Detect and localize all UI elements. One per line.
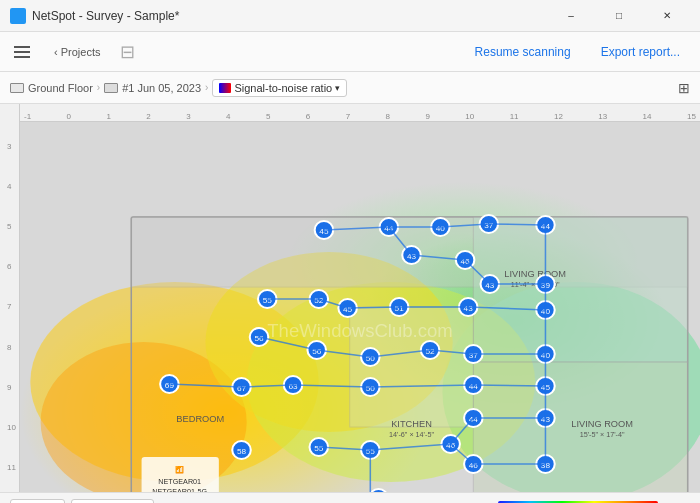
svg-text:15'-5" × 17'-4": 15'-5" × 17'-4" <box>580 431 625 439</box>
ruler-top-number: 6 <box>306 112 310 121</box>
svg-text:55: 55 <box>263 296 273 305</box>
svg-text:37: 37 <box>484 221 494 230</box>
ruler-top-number: 12 <box>554 112 563 121</box>
close-button[interactable]: ✕ <box>644 0 690 32</box>
export-report-button[interactable]: Export report... <box>591 41 690 63</box>
svg-text:50: 50 <box>366 384 376 393</box>
show-button[interactable]: Show ▾ <box>10 499 65 504</box>
ruler-left-number: 11 <box>7 463 16 472</box>
resume-scanning-button[interactable]: Resume scanning <box>465 41 581 63</box>
ruler-top-number: 7 <box>346 112 350 121</box>
minimize-button[interactable]: – <box>548 0 594 32</box>
breadcrumb-bar: Ground Floor › #1 Jun 05, 2023 › Signal-… <box>0 72 700 104</box>
ruler-left-numbers: 34567891011 <box>4 122 19 492</box>
map-container[interactable]: -10123456789101112131415 34567891011 <box>0 104 700 492</box>
svg-text:67: 67 <box>237 384 247 393</box>
metric-dropdown[interactable]: Signal-to-noise ratio ▾ <box>212 79 347 97</box>
chevron-down-icon: ▾ <box>335 83 340 93</box>
window-controls: – □ ✕ <box>548 0 690 32</box>
svg-text:14'-6" × 14'-5": 14'-6" × 14'-5" <box>389 431 434 439</box>
ruler-top: -10123456789101112131415 <box>0 104 700 122</box>
filter-button[interactable]: ⊞ <box>678 80 690 96</box>
statusbar: Show ▾ Zoom: 60% ▾ 0 dB 86 dB <box>0 492 700 503</box>
svg-rect-11 <box>473 217 687 362</box>
svg-text:51: 51 <box>395 304 405 313</box>
ruler-top-number: 2 <box>146 112 150 121</box>
svg-rect-21 <box>142 457 219 492</box>
survey-breadcrumb[interactable]: #1 Jun 05, 2023 <box>104 82 201 94</box>
svg-text:46: 46 <box>446 441 456 450</box>
ruler-left: 34567891011 <box>0 104 20 492</box>
toolbar-left: ‹ Projects ⊟ <box>10 41 135 63</box>
svg-text:43: 43 <box>464 304 474 313</box>
svg-text:40: 40 <box>436 224 446 233</box>
svg-text:69: 69 <box>165 381 175 390</box>
svg-text:50: 50 <box>366 354 376 363</box>
svg-text:LIVING ROOM: LIVING ROOM <box>571 419 633 429</box>
svg-text:63: 63 <box>288 382 298 391</box>
ruler-left-number: 6 <box>7 262 16 271</box>
back-projects-button[interactable]: ‹ Projects <box>44 42 110 62</box>
svg-text:46: 46 <box>469 461 479 470</box>
svg-line-122 <box>348 307 400 308</box>
floor-breadcrumb[interactable]: Ground Floor <box>10 82 93 94</box>
titlebar: NetSpot - Survey - Sample* – □ ✕ <box>0 0 700 32</box>
breadcrumb-sep-2: › <box>205 82 208 93</box>
floor-label: Ground Floor <box>28 82 93 94</box>
maximize-button[interactable]: □ <box>596 0 642 32</box>
svg-text:📶: 📶 <box>175 465 184 474</box>
ruler-top-number: -1 <box>24 112 31 121</box>
ruler-left-number: 8 <box>7 343 16 352</box>
svg-text:NETGEAR01: NETGEAR01 <box>158 478 201 486</box>
ruler-top-number: 10 <box>465 112 474 121</box>
ruler-top-numbers: -10123456789101112131415 <box>20 112 700 121</box>
ruler-left-number: 10 <box>7 423 16 432</box>
breadcrumb-sep-1: › <box>97 82 100 93</box>
svg-text:43: 43 <box>407 252 417 261</box>
svg-text:LIVING ROOM: LIVING ROOM <box>504 269 566 279</box>
metric-label: Signal-to-noise ratio <box>234 82 332 94</box>
svg-text:KITCHEN: KITCHEN <box>391 419 432 429</box>
ruler-top-number: 13 <box>598 112 607 121</box>
svg-line-132 <box>473 385 545 386</box>
survey-label: #1 Jun 05, 2023 <box>122 82 201 94</box>
svg-text:44: 44 <box>469 382 479 391</box>
svg-text:56: 56 <box>312 347 322 356</box>
breadcrumb-left: Ground Floor › #1 Jun 05, 2023 › Signal-… <box>10 79 347 97</box>
statusbar-left: Show ▾ Zoom: 60% ▾ <box>10 499 154 504</box>
svg-text:BEDROOM: BEDROOM <box>176 414 224 424</box>
ruler-left-number: 3 <box>7 142 16 151</box>
ruler-top-number: 14 <box>643 112 652 121</box>
survey-icon <box>104 83 118 93</box>
titlebar-left: NetSpot - Survey - Sample* <box>10 8 179 24</box>
svg-text:52: 52 <box>425 347 435 356</box>
menu-icon[interactable] <box>10 42 34 62</box>
floor-icon <box>10 83 24 93</box>
svg-text:46: 46 <box>461 257 471 266</box>
svg-text:55: 55 <box>314 444 324 453</box>
ruler-left-number: 9 <box>7 383 16 392</box>
map-canvas[interactable]: LIVING ROOM 11'-4" × 12'-10" KITCHEN 14'… <box>20 122 700 492</box>
ruler-left-number: 7 <box>7 302 16 311</box>
svg-text:58: 58 <box>237 447 247 456</box>
ruler-left-number: 5 <box>7 222 16 231</box>
svg-text:37: 37 <box>469 351 479 360</box>
ruler-top-number: 9 <box>425 112 429 121</box>
ruler-top-number: 1 <box>106 112 110 121</box>
zoom-button[interactable]: Zoom: 60% ▾ <box>71 499 154 504</box>
metric-color-icon <box>219 83 231 93</box>
ruler-top-number: 5 <box>266 112 270 121</box>
toolbar-right: Resume scanning Export report... <box>465 41 690 63</box>
svg-text:TheWindowsClub.com: TheWindowsClub.com <box>267 320 452 341</box>
ruler-top-number: 15 <box>687 112 696 121</box>
ruler-top-number: 4 <box>226 112 230 121</box>
layout-icon[interactable]: ⊟ <box>120 41 135 63</box>
svg-line-113 <box>489 224 546 225</box>
ruler-top-number: 0 <box>67 112 71 121</box>
toolbar: ‹ Projects ⊟ Resume scanning Export repo… <box>0 32 700 72</box>
svg-text:45: 45 <box>319 227 329 236</box>
svg-text:NETGEAR01-5G: NETGEAR01-5G <box>152 488 207 492</box>
ruler-top-number: 8 <box>386 112 390 121</box>
app-icon <box>10 8 26 24</box>
app-title: NetSpot - Survey - Sample* <box>32 9 179 23</box>
